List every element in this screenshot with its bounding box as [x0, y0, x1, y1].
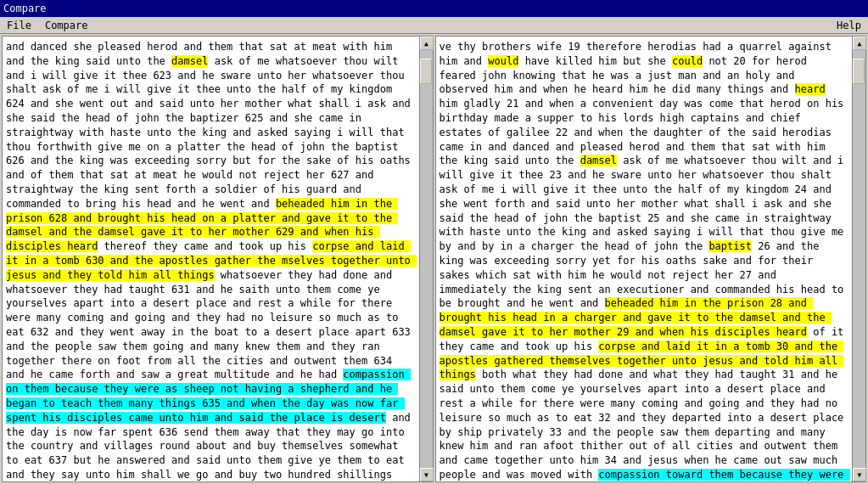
right-scroll-up[interactable]: ▲ [853, 37, 866, 50]
menu-compare[interactable]: Compare [42, 20, 92, 31]
left-scrollbar[interactable]: ▲ ▼ [419, 37, 433, 481]
right-scrollbar[interactable]: ▲ ▼ [852, 37, 865, 481]
right-scroll-down[interactable]: ▼ [853, 468, 866, 481]
content-area: and danced she pleased herod and them th… [0, 34, 868, 484]
menubar: File Compare Help [0, 17, 868, 34]
right-scroll-track[interactable] [853, 50, 865, 468]
menu-file[interactable]: File [3, 20, 35, 31]
menu-help[interactable]: Help [833, 20, 865, 31]
menu-left: File Compare [3, 20, 91, 31]
right-scroll-thumb[interactable] [853, 59, 865, 84]
right-text-area[interactable]: ve thy brothers wife 19 therefore herodi… [436, 37, 853, 481]
app-title: Compare [3, 3, 865, 14]
left-scroll-thumb[interactable] [420, 59, 432, 84]
left-scroll-up[interactable]: ▲ [420, 37, 434, 50]
left-panel: and danced she pleased herod and them th… [2, 36, 434, 482]
titlebar: Compare [0, 0, 868, 17]
left-scroll-down[interactable]: ▼ [420, 468, 434, 481]
right-panel: ve thy brothers wife 19 therefore herodi… [435, 36, 867, 482]
left-scroll-track[interactable] [420, 50, 433, 468]
left-text-area[interactable]: and danced she pleased herod and them th… [3, 37, 419, 481]
